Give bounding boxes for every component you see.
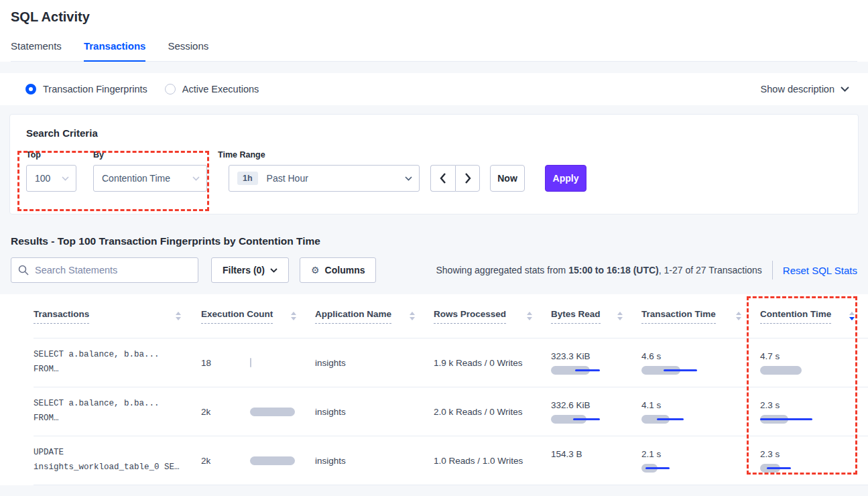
- radio-label: Active Executions: [182, 84, 259, 95]
- chevron-right-icon: [464, 173, 471, 184]
- now-button[interactable]: Now: [490, 165, 525, 192]
- top-select[interactable]: 100: [26, 165, 76, 192]
- transaction-link[interactable]: UPDATE insights_workload_table_0 SE…: [34, 446, 180, 475]
- execution-count-bar: [250, 408, 295, 416]
- table-row: SELECT a.balance, b.ba... FROM… 18 insig…: [34, 338, 868, 387]
- header-contention-time[interactable]: Contention Time: [760, 309, 857, 324]
- header-transaction-time[interactable]: Transaction Time: [641, 309, 760, 324]
- stats-area: Showing aggregated stats from 15:00 to 1…: [436, 261, 857, 280]
- table-row: UPDATE insights_workload_table_0 SE… 2k …: [34, 436, 868, 485]
- transaction-time-line: [664, 369, 697, 371]
- sort-icon: [291, 312, 296, 320]
- execution-count-value: 2k: [201, 407, 250, 417]
- sort-icon: [176, 312, 181, 320]
- application-cell: insights: [315, 338, 434, 387]
- stats-suffix: , 1-27 of 27 Transactions: [659, 265, 762, 275]
- radio-transaction-fingerprints[interactable]: Transaction Fingerprints: [25, 84, 147, 95]
- search-criteria-panel: Search Criteria Top 100 By Contention Ti…: [9, 114, 859, 214]
- transaction-link[interactable]: SELECT a.balance, b.ba... FROM…: [34, 348, 160, 377]
- header-bytes-read[interactable]: Bytes Read: [551, 309, 641, 324]
- show-description-toggle[interactable]: Show description: [761, 84, 849, 95]
- bytes-read-value: 332.6 KiB: [551, 400, 611, 410]
- transaction-link[interactable]: SELECT a.balance, b.ba... FROM…: [34, 397, 160, 426]
- transaction-time-value: 4.1 s: [641, 400, 702, 410]
- tab-sessions[interactable]: Sessions: [168, 40, 208, 61]
- transaction-cell: SELECT a.balance, b.ba... FROM…: [34, 338, 201, 387]
- transactions-table: Transactions Execution Count Application…: [0, 294, 868, 485]
- execution-count-value: 2k: [201, 456, 250, 466]
- transaction-time-cell: 4.1 s: [641, 387, 760, 436]
- contention-time-value: 2.3 s: [760, 449, 820, 459]
- chevron-left-icon: [440, 173, 446, 184]
- sort-icon: [410, 312, 415, 320]
- chevron-down-icon: [270, 268, 277, 273]
- radio-selected-icon: [25, 84, 36, 95]
- bytes-read-cell: 154.3 B: [551, 436, 641, 485]
- filters-label: Filters (0): [223, 265, 265, 275]
- header-execution-count[interactable]: Execution Count: [201, 309, 315, 324]
- sql-line-1: SELECT a.balance, b.ba...: [34, 397, 160, 412]
- header-label: Contention Time: [760, 309, 831, 324]
- transaction-time-value: 4.6 s: [641, 351, 702, 361]
- chevron-down-icon: [192, 176, 200, 181]
- rows-processed-cell: 1.9 k Reads / 0 Writes: [434, 338, 551, 387]
- execution-count-cell: 2k: [201, 436, 315, 485]
- apply-button[interactable]: Apply: [545, 165, 586, 192]
- header-label: Rows Processed: [434, 309, 506, 324]
- execution-count-cell: 2k: [201, 387, 315, 436]
- columns-label: Columns: [325, 265, 365, 275]
- reset-sql-stats-link[interactable]: Reset SQL Stats: [783, 265, 857, 276]
- columns-button[interactable]: ⚙ Columns: [300, 257, 376, 283]
- execution-count-value: 18: [201, 358, 250, 368]
- header-label: Transaction Time: [641, 309, 716, 324]
- bytes-read-cell: 332.6 KiB: [551, 387, 641, 436]
- header-label: Application Name: [315, 309, 391, 324]
- chevron-down-icon: [841, 86, 849, 92]
- page-title: SQL Activity: [11, 9, 857, 25]
- gear-icon: ⚙: [311, 265, 320, 275]
- search-icon: [18, 265, 29, 275]
- top-field: Top 100: [26, 150, 76, 192]
- rows-processed-value: 1.0 Reads / 1.0 Writes: [434, 456, 523, 466]
- rows-processed-cell: 1.0 Reads / 1.0 Writes: [434, 436, 551, 485]
- sql-line-2: FROM…: [34, 412, 160, 426]
- contention-time-cell: 2.3 s: [760, 387, 857, 436]
- contention-time-cell: 4.7 s: [760, 338, 857, 387]
- header-application-name[interactable]: Application Name: [315, 309, 434, 324]
- radio-unselected-icon: [165, 84, 176, 95]
- rows-processed-cell: 2.0 k Reads / 0 Writes: [434, 387, 551, 436]
- radio-active-executions[interactable]: Active Executions: [165, 84, 259, 95]
- by-select[interactable]: Contention Time: [93, 165, 207, 192]
- execution-count-bar: [250, 358, 251, 367]
- time-next-button[interactable]: [455, 165, 480, 192]
- time-nav-group: [430, 165, 480, 192]
- sql-line-1: SELECT a.balance, b.ba...: [34, 348, 160, 363]
- table-row: SELECT a.balance, b.ba... FROM… 2k insig…: [34, 387, 868, 436]
- contention-time-cell: 2.3 s: [760, 436, 857, 485]
- bytes-read-cell: 323.3 KiB: [551, 338, 641, 387]
- time-prev-button[interactable]: [430, 165, 455, 192]
- contention-time-value: 2.3 s: [760, 400, 820, 410]
- time-range-select[interactable]: 1h Past Hour: [229, 165, 420, 192]
- execution-count-bar: [250, 456, 295, 465]
- show-description-label: Show description: [761, 84, 834, 95]
- header-label: Execution Count: [201, 309, 273, 324]
- time-range-badge: 1h: [237, 172, 258, 185]
- header-rows-processed[interactable]: Rows Processed: [434, 309, 551, 324]
- stats-text: Showing aggregated stats from 15:00 to 1…: [436, 265, 761, 275]
- sql-line-2: FROM…: [34, 363, 160, 377]
- view-toggle-bar: Transaction Fingerprints Active Executio…: [0, 73, 868, 105]
- sort-icon: [736, 312, 741, 320]
- tab-statements[interactable]: Statements: [11, 40, 62, 61]
- filters-button[interactable]: Filters (0): [211, 257, 289, 283]
- transaction-cell: UPDATE insights_workload_table_0 SE…: [34, 436, 201, 485]
- contention-time-line: [760, 418, 812, 420]
- page-header: SQL Activity Statements Transactions Ses…: [0, 0, 868, 62]
- vertical-divider: [772, 261, 773, 280]
- sort-icon-active-desc: [849, 312, 855, 320]
- bytes-read-line: [573, 418, 600, 420]
- tab-transactions[interactable]: Transactions: [84, 40, 146, 62]
- tab-bar: Statements Transactions Sessions: [11, 40, 857, 62]
- header-transactions[interactable]: Transactions: [34, 309, 201, 324]
- search-input[interactable]: [35, 265, 191, 275]
